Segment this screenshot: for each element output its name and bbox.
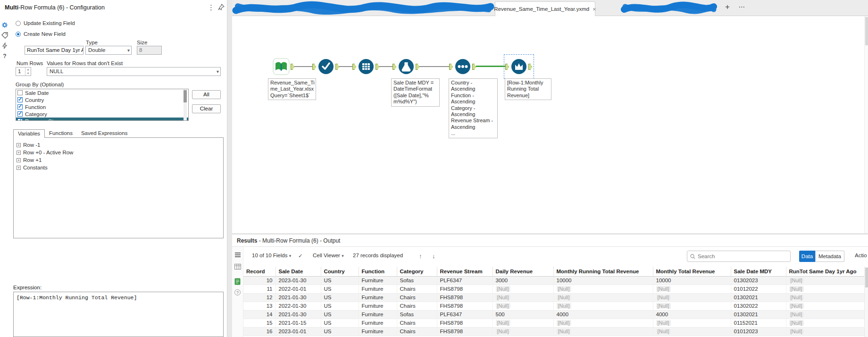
column-header[interactable]: Revenue Stream: [437, 267, 492, 276]
tool-sort[interactable]: [453, 57, 472, 76]
tree-item[interactable]: +Row -1: [17, 141, 223, 149]
help-icon[interactable]: ?: [234, 289, 241, 295]
expand-icon[interactable]: +: [17, 151, 21, 155]
connection[interactable]: [379, 66, 393, 67]
column-header[interactable]: Record: [243, 267, 275, 276]
variables-tree[interactable]: +Row -1+Row +0 - Active Row+Row +1+Const…: [13, 137, 224, 238]
radio-icon[interactable]: [16, 21, 21, 26]
results-scrollbar[interactable]: [864, 267, 868, 337]
column-header[interactable]: Sale Date: [275, 267, 321, 276]
column-header[interactable]: Sale Date MDY: [731, 267, 786, 276]
expand-icon[interactable]: +: [17, 143, 21, 147]
connection[interactable]: [419, 66, 450, 67]
select-fields-icon[interactable]: ✓: [298, 253, 303, 259]
output-anchor[interactable]: [335, 64, 339, 70]
data-sheet-icon[interactable]: [234, 278, 241, 285]
tab-variables[interactable]: Variables: [13, 129, 45, 138]
table-row[interactable]: 132022-01-30USFurnitureChairsFHS8798[Nul…: [243, 302, 868, 310]
table-row[interactable]: 162023-01-01USFurnitureChairsFHS8798[Nul…: [243, 327, 868, 336]
spin-down-icon[interactable]: ▼: [27, 72, 29, 75]
radio-create-new[interactable]: Create New Field: [16, 31, 66, 37]
search-box[interactable]: [687, 251, 791, 262]
pin-icon[interactable]: [218, 4, 225, 10]
checkbox[interactable]: [17, 118, 23, 121]
expand-icon[interactable]: +: [17, 158, 21, 162]
column-header[interactable]: Daily Revenue: [492, 267, 553, 276]
group-by-item[interactable]: Revenue Stream: [16, 118, 188, 121]
spin-up-icon[interactable]: ▲: [27, 68, 29, 71]
fields-dropdown[interactable]: 10 of 10 Fields ▾: [252, 253, 291, 258]
results-options-icon[interactable]: [235, 253, 241, 257]
input-anchor[interactable]: [312, 64, 316, 70]
gear-icon[interactable]: [1, 22, 8, 28]
output-anchor[interactable]: [472, 64, 476, 70]
new-tab-button[interactable]: +: [723, 3, 732, 11]
annotation-input-data[interactable]: Revenue_Same_Ti me_Last_Year.xlsx Query=…: [268, 78, 316, 100]
group-by-item[interactable]: Sale Date: [16, 89, 188, 96]
table-row[interactable]: 112022-01-01USFurnitureChairsFHS8798[Nul…: [243, 285, 868, 293]
output-anchor[interactable]: [416, 64, 419, 70]
table-row[interactable]: 122021-01-30USFurnitureChairsFHS8798[Nul…: [243, 293, 868, 302]
group-by-list[interactable]: Sale DateCountryFunctionCategoryRevenue …: [16, 89, 189, 121]
tree-item[interactable]: +Row +0 - Active Row: [17, 149, 223, 156]
arrow-down-icon[interactable]: ↓: [432, 253, 435, 260]
search-input[interactable]: [698, 253, 783, 259]
group-by-scrollbar[interactable]: [184, 89, 187, 120]
table-row[interactable]: 152021-01-15USFurnitureChairsFHS8798[Nul…: [243, 319, 868, 327]
table-view-icon[interactable]: [234, 264, 241, 270]
workflow-canvas[interactable]: Revenue_Same_Ti me_Last_Year.xlsx Query=…: [232, 16, 868, 233]
data-tab-button[interactable]: Data: [799, 251, 815, 262]
new-field-name-input[interactable]: RunTot Same Day 1yr A: [25, 46, 83, 55]
help-icon[interactable]: ?: [1, 53, 8, 59]
active-workflow-tab[interactable]: Revenue_Same_Time_Last_Year.yxmd ×: [495, 1, 595, 16]
column-header[interactable]: Country: [321, 267, 359, 276]
tab-overflow-button[interactable]: ⋯: [737, 3, 747, 10]
panel-divider[interactable]: [227, 0, 232, 337]
column-header[interactable]: Monthly Running Total Revenue: [553, 267, 653, 276]
arrow-up-icon[interactable]: ↑: [419, 253, 422, 260]
connection[interactable]: [294, 66, 313, 67]
radio-update-existing[interactable]: Update Existing Field: [16, 20, 75, 26]
annotation-formula[interactable]: Sale Date MDY = DateTimeFormat ([Sale Da…: [391, 78, 440, 107]
annotation-sort[interactable]: Country - Ascending Function - Ascending…: [449, 78, 498, 138]
column-header[interactable]: Monthly Total Revenue: [653, 267, 731, 276]
group-by-item[interactable]: Category: [16, 110, 188, 118]
stepper-arrows[interactable]: ▲▼: [25, 67, 31, 76]
tree-item[interactable]: +Row +1: [17, 156, 223, 164]
column-header[interactable]: Function: [359, 267, 397, 276]
type-dropdown[interactable]: Double▾: [85, 46, 132, 55]
output-anchor[interactable]: [376, 64, 379, 70]
checkbox[interactable]: [17, 90, 23, 95]
group-by-item[interactable]: Country: [16, 96, 188, 103]
checkbox[interactable]: [17, 111, 23, 117]
metadata-tab-button[interactable]: Metadata: [815, 251, 844, 262]
input-anchor[interactable]: [392, 64, 396, 70]
scrollbar-thumb[interactable]: [865, 17, 868, 45]
output-anchor[interactable]: [291, 64, 294, 70]
lightning-icon[interactable]: [1, 42, 8, 49]
all-button[interactable]: All: [192, 90, 221, 99]
connection[interactable]: [339, 66, 353, 67]
tool-select[interactable]: [317, 57, 335, 76]
tool-multi-row-formula[interactable]: [509, 57, 528, 76]
connection-selected[interactable]: [476, 66, 506, 67]
tab-functions[interactable]: Functions: [45, 129, 77, 138]
input-anchor[interactable]: [449, 64, 453, 70]
scrollbar-thumb[interactable]: [865, 268, 868, 287]
close-icon[interactable]: ×: [593, 6, 596, 13]
tag-icon[interactable]: [1, 32, 8, 39]
column-header[interactable]: RunTot Same Day 1yr Ago: [786, 267, 868, 276]
tool-datetime[interactable]: [357, 57, 376, 76]
canvas-scrollbar[interactable]: [864, 16, 868, 233]
clear-button[interactable]: Clear: [192, 104, 221, 113]
actions-button[interactable]: Actio: [855, 253, 868, 258]
tool-formula[interactable]: [397, 57, 416, 76]
expression-editor[interactable]: [Row-1:Monthly Running Total Revenue]: [13, 292, 224, 337]
table-row[interactable]: 142021-01-30USFurnitureSofasPLF634750040…: [243, 310, 868, 319]
kebab-menu-icon[interactable]: ⋮: [208, 3, 214, 12]
values-missing-dropdown[interactable]: NULL▾: [47, 67, 221, 76]
column-header[interactable]: Category: [397, 267, 437, 276]
table-row[interactable]: 102023-01-30USFurnitureSofasPLF634730001…: [243, 276, 868, 285]
num-rows-stepper[interactable]: 1 ▲▼: [16, 67, 31, 76]
scrollbar-thumb[interactable]: [184, 90, 187, 102]
